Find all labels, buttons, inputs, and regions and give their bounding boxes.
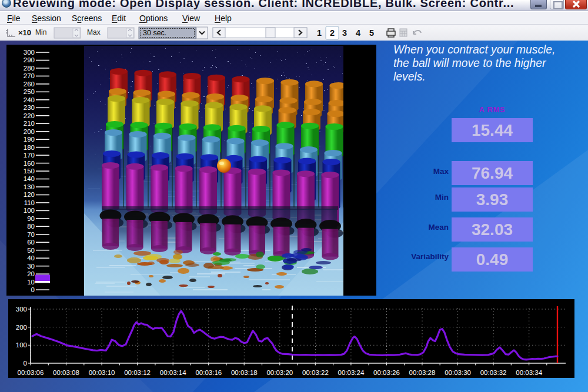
svg-text:30 sec.: 30 sec. [143, 29, 166, 37]
svg-text:00:03:24: 00:03:24 [338, 369, 365, 376]
svg-text:00:03:18: 00:03:18 [231, 369, 258, 376]
svg-text:20: 20 [27, 270, 35, 277]
svg-text:5: 5 [369, 28, 374, 38]
svg-text:1: 1 [317, 28, 322, 38]
svg-text:00:03:12: 00:03:12 [124, 369, 151, 376]
svg-text:70: 70 [27, 231, 35, 238]
svg-text:80: 80 [27, 223, 35, 230]
svg-text:220: 220 [24, 112, 35, 119]
svg-text:00:03:22: 00:03:22 [302, 369, 329, 376]
svg-text:120: 120 [24, 191, 35, 198]
svg-text:100: 100 [24, 207, 35, 214]
svg-text:50: 50 [27, 247, 35, 254]
svg-text:30: 30 [27, 263, 35, 270]
svg-text:130: 130 [24, 183, 35, 190]
svg-text:0: 0 [24, 360, 27, 367]
svg-text:00:03:30: 00:03:30 [445, 369, 471, 376]
svg-text:00:03:34: 00:03:34 [516, 369, 542, 376]
svg-text:300: 300 [16, 306, 27, 313]
svg-text:190: 190 [24, 136, 35, 143]
svg-text:2: 2 [330, 28, 335, 38]
svg-text:270: 270 [24, 72, 35, 79]
svg-text:×10: ×10 [18, 28, 31, 37]
svg-text:00:03:26: 00:03:26 [373, 369, 400, 376]
svg-text:110: 110 [24, 199, 35, 206]
svg-text:3: 3 [342, 28, 347, 38]
svg-text:00:03:14: 00:03:14 [160, 369, 186, 376]
svg-text:210: 210 [24, 120, 35, 127]
svg-text:100: 100 [16, 341, 27, 349]
svg-text:00:03:32: 00:03:32 [480, 369, 507, 376]
svg-text:170: 170 [24, 152, 35, 159]
svg-text:240: 240 [24, 96, 35, 103]
svg-text:Min: Min [35, 28, 46, 36]
svg-text:10: 10 [27, 279, 35, 286]
svg-text:00:03:06: 00:03:06 [18, 369, 44, 376]
svg-text:Max: Max [87, 28, 101, 36]
svg-text:280: 280 [24, 65, 35, 72]
svg-text:160: 160 [24, 160, 35, 167]
svg-text:00:03:08: 00:03:08 [53, 369, 79, 376]
svg-text:4: 4 [356, 28, 360, 38]
svg-text:180: 180 [24, 144, 35, 151]
svg-text:00:03:16: 00:03:16 [195, 369, 222, 376]
svg-text:200: 200 [16, 324, 27, 331]
svg-text:140: 140 [24, 175, 35, 182]
svg-text:90: 90 [27, 215, 35, 222]
svg-text:150: 150 [24, 167, 35, 175]
svg-text:0: 0 [31, 286, 35, 293]
svg-text:200: 200 [24, 128, 35, 135]
svg-text:00:03:10: 00:03:10 [89, 369, 115, 376]
svg-text:300: 300 [24, 49, 35, 56]
svg-text:40: 40 [27, 254, 35, 262]
svg-text:250: 250 [24, 88, 35, 95]
svg-text:00:03:20: 00:03:20 [266, 369, 293, 376]
svg-text:60: 60 [27, 239, 35, 246]
svg-text:00:03:28: 00:03:28 [409, 369, 436, 376]
svg-text:290: 290 [24, 56, 35, 63]
svg-text:260: 260 [24, 81, 35, 88]
svg-text:230: 230 [24, 104, 35, 111]
